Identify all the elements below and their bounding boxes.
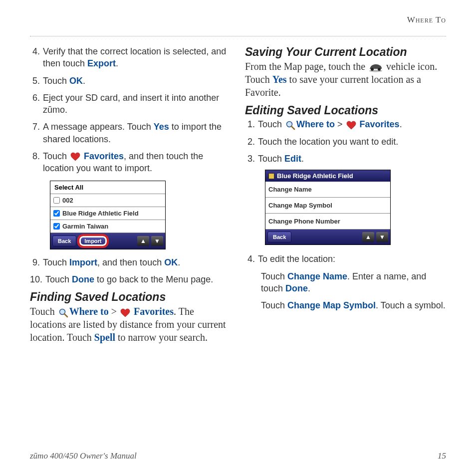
step-6: 6. Eject your SD card, and insert it int… xyxy=(30,92,231,116)
back-button[interactable]: Back xyxy=(52,236,76,246)
edit-dialog-toolbar: Back ▲ ▼ xyxy=(265,230,390,244)
heart-icon xyxy=(70,152,80,161)
list-item[interactable]: 002 xyxy=(50,194,165,207)
yes-label: Yes xyxy=(154,122,169,132)
change-phone-number-row[interactable]: Change Phone Number xyxy=(265,214,390,230)
checkbox-blue-ridge[interactable] xyxy=(53,210,60,217)
edit-label: Edit xyxy=(284,154,301,164)
checkbox-002[interactable] xyxy=(53,197,60,204)
import-button[interactable]: Import xyxy=(78,235,107,247)
import-label: Import xyxy=(69,257,97,267)
svg-point-3 xyxy=(371,68,374,71)
dialog-toolbar: Back Import ▲ ▼ xyxy=(50,233,165,249)
arrow-down-icon[interactable]: ▼ xyxy=(151,236,163,246)
list-item[interactable]: Garmin Taiwan xyxy=(50,220,165,233)
magnifier-icon xyxy=(285,120,295,130)
ok-label: OK xyxy=(69,76,83,86)
step-8: 8. Touch Favorites, and then touch the l… xyxy=(30,150,231,175)
arrow-up-icon[interactable]: ▲ xyxy=(137,236,149,246)
section-header: Where To xyxy=(30,15,446,27)
vehicle-icon xyxy=(368,62,384,73)
yes-label-2: Yes xyxy=(272,74,287,85)
svg-line-1 xyxy=(64,314,67,317)
edit-step-2: 2. Touch the location you want to edit. xyxy=(245,136,446,148)
saving-paragraph: From the Map page, touch the vehicle ico… xyxy=(245,60,446,99)
edit-sub-2: Touch Change Map Symbol. Touch a symbol. xyxy=(261,299,446,311)
edit-step-1: 1. Touch Where to > Favorites. xyxy=(245,118,446,130)
right-column: Saving Your Current Location From the Ma… xyxy=(245,45,446,344)
arrow-down-icon[interactable]: ▼ xyxy=(376,232,388,242)
favorites-label-2: Favorites xyxy=(134,306,174,317)
finding-saved-locations-heading: Finding Saved Locations xyxy=(30,290,231,304)
favorites-label-3: Favorites xyxy=(360,119,400,129)
content-columns: 4. Verify that the correct location is s… xyxy=(30,45,446,344)
step-9: 9. Touch Import, and then touch OK. xyxy=(30,256,231,268)
done-label: Done xyxy=(72,274,94,284)
finding-paragraph: Touch Where to > Favorites. The location… xyxy=(30,305,231,344)
change-name-row[interactable]: Change Name xyxy=(265,182,390,198)
page-number: 15 xyxy=(438,451,446,461)
svg-point-4 xyxy=(378,68,381,71)
svg-line-6 xyxy=(291,126,294,129)
divider xyxy=(30,36,446,36)
edit-step-4: 4. To edit the location: xyxy=(245,253,446,265)
heart-icon xyxy=(120,308,130,317)
map-symbol-icon xyxy=(268,173,274,179)
change-map-symbol-row[interactable]: Change Map Symbol xyxy=(265,198,390,214)
saving-current-location-heading: Saving Your Current Location xyxy=(245,45,446,59)
footer-title: zūmo 400/450 Owner's Manual xyxy=(30,451,137,461)
step-5: 5. Touch OK. xyxy=(30,75,231,87)
step-7: 7. A message appears. Touch Yes to impor… xyxy=(30,121,231,145)
back-button-2[interactable]: Back xyxy=(267,232,291,242)
step-10: 10. Touch Done to go back to the Menu pa… xyxy=(30,273,231,285)
export-label: Export xyxy=(87,58,116,68)
page-footer: zūmo 400/450 Owner's Manual 15 xyxy=(30,451,446,461)
heart-icon xyxy=(346,121,356,130)
edit-sub-1: Touch Change Name. Enter a name, and tou… xyxy=(261,270,446,295)
list-item[interactable]: Blue Ridge Athletic Field xyxy=(50,207,165,220)
favorites-label: Favorites xyxy=(84,151,124,161)
spell-label: Spell xyxy=(94,332,115,343)
left-column: 4. Verify that the correct location is s… xyxy=(30,45,231,344)
done-label-2: Done xyxy=(285,283,308,293)
magnifier-icon xyxy=(58,308,68,318)
import-dialog: Select All 002 Blue Ridge Athletic Field… xyxy=(50,181,166,249)
editing-saved-locations-heading: Editing Saved Locations xyxy=(245,104,446,117)
edit-step-3: 3. Touch Edit. xyxy=(245,153,446,165)
select-all-header[interactable]: Select All xyxy=(50,181,165,194)
edit-dialog-title: Blue Ridge Athletic Field xyxy=(265,170,390,182)
checkbox-garmin-taiwan[interactable] xyxy=(53,223,60,230)
edit-dialog: Blue Ridge Athletic Field Change Name Ch… xyxy=(265,170,391,245)
where-to-label: Where to xyxy=(69,306,109,317)
ok-label-2: OK xyxy=(164,257,178,267)
step-4: 4. Verify that the correct location is s… xyxy=(30,45,231,70)
change-map-symbol-label: Change Map Symbol xyxy=(287,300,376,310)
change-name-label: Change Name xyxy=(287,271,347,281)
arrow-up-icon[interactable]: ▲ xyxy=(362,232,374,242)
where-to-label-2: Where to xyxy=(296,119,335,129)
